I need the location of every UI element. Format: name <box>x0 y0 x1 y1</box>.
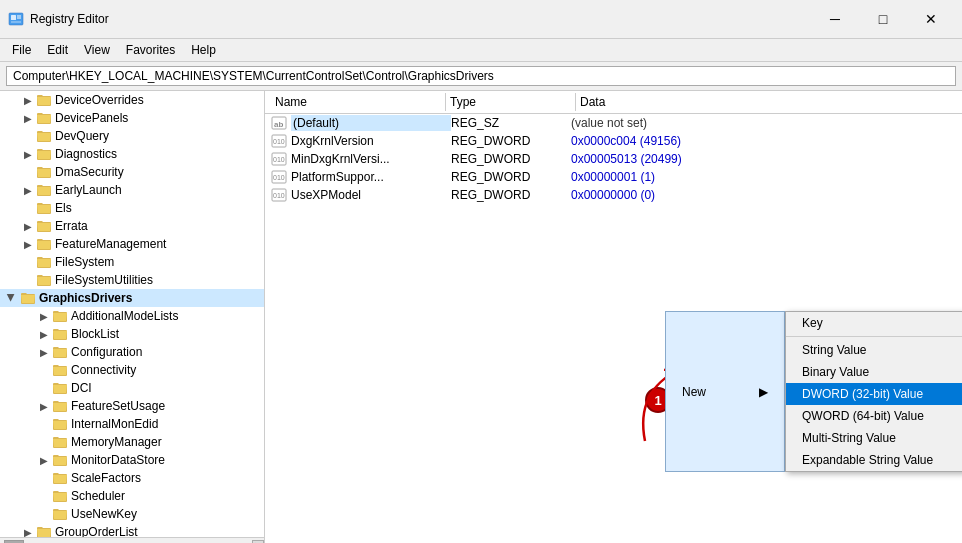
reg-type-usexpmodel: REG_DWORD <box>451 188 571 202</box>
tree-item-els[interactable]: ▶ Els <box>0 199 264 217</box>
tree-label-dci: DCI <box>71 381 92 395</box>
tree-item-monitordatastore[interactable]: ▶ MonitorDataStore <box>0 451 264 469</box>
tree-label-diagnostics: Diagnostics <box>55 147 117 161</box>
tree-label-deviceoverrides: DeviceOverrides <box>55 93 144 107</box>
tree-item-filesystemutilities[interactable]: ▶ FileSystemUtilities <box>0 271 264 289</box>
tree-item-grouporderlist[interactable]: ▶ GroupOrderList <box>0 523 264 537</box>
folder-icon-dci <box>52 380 68 396</box>
svg-text:010: 010 <box>273 174 285 181</box>
ctx-expandable-string-value[interactable]: Expandable String Value <box>786 449 962 471</box>
reg-type-default: REG_SZ <box>451 116 571 130</box>
tree-arrow-deviceoverrides: ▶ <box>20 92 36 108</box>
tree-item-featuremanagement[interactable]: ▶ FeatureManagement <box>0 235 264 253</box>
tree-item-dmasecurity[interactable]: ▶ DmaSecurity <box>0 163 264 181</box>
title-bar-controls: ─ □ ✕ <box>812 6 954 32</box>
tree-item-memorymanager[interactable]: ▶ MemoryManager <box>0 433 264 451</box>
col-header-data: Data <box>576 93 609 111</box>
tree-arrow-earlylaunch: ▶ <box>20 182 36 198</box>
tree-item-internalmonedid[interactable]: ▶ InternalMonEdid <box>0 415 264 433</box>
menu-file[interactable]: File <box>4 41 39 59</box>
reg-row-default[interactable]: ab (Default) REG_SZ (value not set) <box>265 114 962 132</box>
folder-icon-dmasecurity <box>36 164 52 180</box>
dword-icon-platformsuppor: 010 <box>271 169 287 185</box>
tree-item-scheduler[interactable]: ▶ Scheduler <box>0 487 264 505</box>
title-bar: Registry Editor ─ □ ✕ <box>0 0 962 39</box>
folder-icon-featuresetusage <box>52 398 68 414</box>
column-headers: Name Type Data <box>265 91 962 114</box>
tree-label-filesystemutilities: FileSystemUtilities <box>55 273 153 287</box>
tree-item-featuresetusage[interactable]: ▶ FeatureSetUsage <box>0 397 264 415</box>
tree-item-devquery[interactable]: ▶ DevQuery <box>0 127 264 145</box>
folder-icon-devquery <box>36 128 52 144</box>
tree-arrow-diagnostics: ▶ <box>20 146 36 162</box>
tree-item-configuration[interactable]: ▶ Configuration <box>0 343 264 361</box>
folder-icon-monitordatastore <box>52 452 68 468</box>
registry-table: ab (Default) REG_SZ (value not set) 010 … <box>265 114 962 204</box>
tree-item-dci[interactable]: ▶ DCI <box>0 379 264 397</box>
ctx-key[interactable]: Key <box>786 312 962 334</box>
tree-arrow-configuration: ▶ <box>36 344 52 360</box>
dword-icon-mindxgkrnlversi: 010 <box>271 151 287 167</box>
tree-label-connectivity: Connectivity <box>71 363 136 377</box>
ctx-qword-value[interactable]: QWORD (64-bit) Value <box>786 405 962 427</box>
tree-label-scheduler: Scheduler <box>71 489 125 503</box>
folder-icon-usenewkey <box>52 506 68 522</box>
tree-item-devicepanels[interactable]: ▶ DevicePanels <box>0 109 264 127</box>
tree-scroll[interactable]: ▶ DeviceOverrides ▶ DevicePanels ▶ <box>0 91 264 537</box>
menu-edit[interactable]: Edit <box>39 41 76 59</box>
tree-item-graphicsdrivers[interactable]: ▶ GraphicsDrivers <box>0 289 264 307</box>
tree-item-scalefactors[interactable]: ▶ ScaleFactors <box>0 469 264 487</box>
tree-arrow-featuremanagement: ▶ <box>20 236 36 252</box>
col-header-name: Name <box>271 93 446 111</box>
reg-row-usexpmodel[interactable]: 010 UseXPModel REG_DWORD 0x00000000 (0) <box>265 186 962 204</box>
reg-row-platformsuppor[interactable]: 010 PlatformSuppor... REG_DWORD 0x000000… <box>265 168 962 186</box>
menu-favorites[interactable]: Favorites <box>118 41 183 59</box>
ctx-dword-value[interactable]: DWORD (32-bit) Value <box>786 383 962 405</box>
folder-icon-grouporderlist <box>36 524 52 537</box>
tree-label-featuremanagement: FeatureManagement <box>55 237 166 251</box>
svg-text:010: 010 <box>273 192 285 199</box>
ctx-binary-value[interactable]: Binary Value <box>786 361 962 383</box>
menu-help[interactable]: Help <box>183 41 224 59</box>
tree-label-scalefactors: ScaleFactors <box>71 471 141 485</box>
tree-item-errata[interactable]: ▶ Errata <box>0 217 264 235</box>
tree-label-memorymanager: MemoryManager <box>71 435 162 449</box>
ctx-multistring-value[interactable]: Multi-String Value <box>786 427 962 449</box>
tree-label-errata: Errata <box>55 219 88 233</box>
tree-item-deviceoverrides[interactable]: ▶ DeviceOverrides <box>0 91 264 109</box>
title-bar-left: Registry Editor <box>8 11 109 27</box>
tree-label-dmasecurity: DmaSecurity <box>55 165 124 179</box>
tree-arrow-blocklist: ▶ <box>36 326 52 342</box>
menu-view[interactable]: View <box>76 41 118 59</box>
tree-item-earlylaunch[interactable]: ▶ EarlyLaunch <box>0 181 264 199</box>
tree-item-usenewkey[interactable]: ▶ UseNewKey <box>0 505 264 523</box>
svg-rect-1 <box>11 15 16 20</box>
close-button[interactable]: ✕ <box>908 6 954 32</box>
reg-name-dxgkrnlversion: DxgKrnlVersion <box>291 134 451 148</box>
tree-arrow-devicepanels: ▶ <box>20 110 36 126</box>
reg-name-usexpmodel: UseXPModel <box>291 188 451 202</box>
tree-horizontal-scrollbar[interactable]: ▶ <box>0 537 264 543</box>
tree-item-blocklist[interactable]: ▶ BlockList <box>0 325 264 343</box>
tree-item-filesystem[interactable]: ▶ FileSystem <box>0 253 264 271</box>
folder-icon-scheduler <box>52 488 68 504</box>
tree-item-additionalmodelists[interactable]: ▶ AdditionalModeLists <box>0 307 264 325</box>
folder-icon-additionalmodelists <box>52 308 68 324</box>
ctx-string-value[interactable]: String Value <box>786 339 962 361</box>
tree-item-connectivity[interactable]: ▶ Connectivity <box>0 361 264 379</box>
reg-row-mindxgkrnlversi[interactable]: 010 MinDxgKrnlVersi... REG_DWORD 0x00005… <box>265 150 962 168</box>
minimize-button[interactable]: ─ <box>812 6 858 32</box>
tree-label-additionalmodelists: AdditionalModeLists <box>71 309 178 323</box>
maximize-button[interactable]: □ <box>860 6 906 32</box>
folder-icon-filesystem <box>36 254 52 270</box>
tree-panel: ▶ DeviceOverrides ▶ DevicePanels ▶ <box>0 91 265 543</box>
context-menu-new-item[interactable]: New ▶ <box>665 311 785 472</box>
tree-label-earlylaunch: EarlyLaunch <box>55 183 122 197</box>
tree-arrow-featuresetusage: ▶ <box>36 398 52 414</box>
dword-icon-usexpmodel: 010 <box>271 187 287 203</box>
reg-data-dxgkrnlversion: 0x0000c004 (49156) <box>571 134 681 148</box>
reg-row-dxgkrnlversion[interactable]: 010 DxgKrnlVersion REG_DWORD 0x0000c004 … <box>265 132 962 150</box>
context-menu-container: New ▶ Key String Value Binary Value <box>665 311 962 472</box>
tree-item-diagnostics[interactable]: ▶ Diagnostics <box>0 145 264 163</box>
folder-icon-featuremanagement <box>36 236 52 252</box>
